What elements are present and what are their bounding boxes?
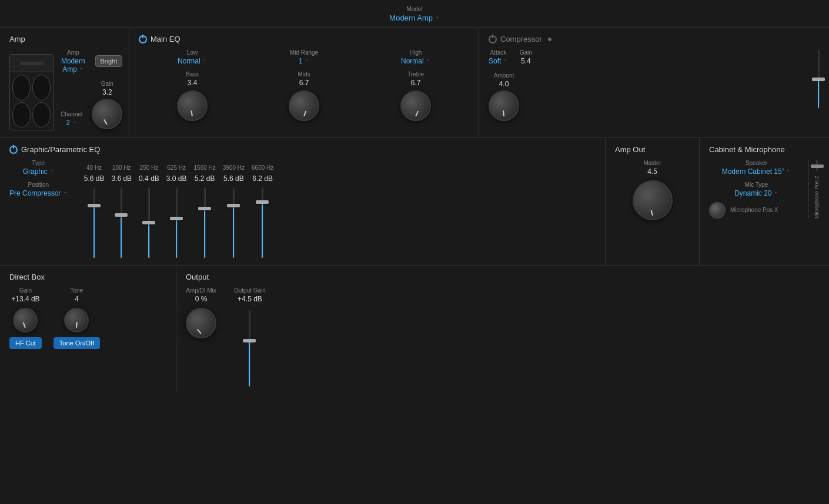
output-gain-thumb[interactable] [243,339,256,342]
eq-band-thumb-1[interactable] [115,213,128,217]
bright-button[interactable]: Bright [95,55,123,67]
direct-box-controls: Gain +13.4 dB HF Cut Tone 4 Tone On/Off [9,287,166,349]
mic-type-value[interactable]: Dynamic 20 ⌃ [709,189,804,197]
main-eq-panel: Main EQ Low Normal ⌃ Bass 3.4 Mid Range … [129,28,479,137]
attack-value[interactable]: Soft ⌃ [489,57,508,65]
high-chevron-icon: ⌃ [426,59,430,65]
amp-type-chevron-icon: ⌃ [79,67,83,73]
comp-gain-param: Gain 5.4 [520,49,532,68]
model-selector[interactable]: Modern Amp ⌃ [0,14,829,22]
output-gain-slider[interactable] [249,310,250,387]
eq-band-slider-5[interactable] [233,187,235,258]
eq-band-0: 40 Hz5.6 dB [84,164,105,258]
row3: Direct Box Gain +13.4 dB HF Cut Tone 4 T… [0,266,829,394]
cab-mic-panel: Cabinet & Microphone Speaker Modern Cabi… [700,138,829,265]
channel-value[interactable]: 2 ⌃ [61,119,82,127]
output-title: Output [186,273,820,281]
speaker-value[interactable]: Modern Cabinet 15" ⌃ [709,167,804,176]
amount-param: Amount 4.0 [489,72,519,121]
row1: Amp [0,28,829,138]
master-value: 4.5 [647,167,657,176]
output-gain-fill [249,341,250,387]
mic-pos-z-thumb[interactable] [811,164,824,168]
mids-knob[interactable] [289,90,319,121]
eq-band-freq-1: 100 Hz [112,164,131,171]
low-chevron-icon: ⌃ [202,59,207,65]
amount-knob[interactable] [489,90,519,121]
eq-band-slider-1[interactable] [121,187,122,258]
amp-di-mix-value: 0 % [195,295,208,303]
eq-band-thumb-4[interactable] [198,207,211,210]
mic-pos-z-label: Microphone Pos Z [814,176,820,219]
eq-band-thumb-5[interactable] [227,204,240,207]
eq-band-value-6: 6.2 dB [252,174,273,183]
knob-indicator [303,110,306,116]
eq-type-value[interactable]: Graphic ⌃ [9,167,68,176]
amp-type-param: Amp Modern Amp ⌃ [61,49,86,76]
eq-sliders: 40 Hz5.6 dB100 Hz3.6 dB250 Hz0.4 dB625 H… [84,164,274,258]
knob-indicator [650,210,653,216]
db-tone-knob[interactable] [64,308,89,332]
eq-type-chevron-icon: ⌃ [49,169,54,175]
main-eq-high-value[interactable]: Normal ⌃ [401,57,430,65]
eq-type-param: Type Graphic ⌃ [9,160,68,176]
db-gain-value: +13.4 dB [11,295,39,303]
eq-band-5: 3900 Hz5.6 dB [223,164,245,258]
graphic-eq-power-icon[interactable] [9,146,18,154]
eq-band-slider-0[interactable] [93,187,95,258]
mic-pos-z-slider[interactable] [816,160,818,171]
mic-type-param: Mic Type Dynamic 20 ⌃ [709,182,804,197]
treble-knob[interactable] [400,90,431,121]
compressor-power-icon[interactable] [489,35,497,43]
eq-band-1: 100 Hz3.6 dB [111,164,132,258]
eq-band-4: 1560 Hz5.2 dB [194,164,216,258]
amp-di-mix-wrap: Amp/DI Mix 0 % [186,287,216,338]
hf-cut-button[interactable]: HF Cut [9,337,42,349]
main-eq-low-value[interactable]: Normal ⌃ [178,57,207,65]
main-eq-mid-value[interactable]: 1 ⌃ [299,57,309,65]
main-eq-high-wrap: High Normal ⌃ Treble 6.7 [362,49,469,121]
eq-band-thumb-2[interactable] [142,221,155,224]
cab-mic-controls: Speaker Modern Cabinet 15" ⌃ Mic Type Dy… [709,160,804,219]
knob-indicator [103,119,108,125]
comp-gain-thumb[interactable] [812,78,825,81]
top-bar: Model Modern Amp ⌃ [0,0,829,28]
bass-knob[interactable] [177,90,208,121]
amp-section-title: Amp [9,35,119,43]
db-gain-knob[interactable] [13,308,38,332]
comp-gain-fill [818,79,819,108]
comp-gain-slider-area [818,49,820,121]
knob-indicator [76,322,78,328]
master-knob[interactable] [633,180,673,220]
eq-position-value[interactable]: Pre Compressor ⌃ [9,189,68,197]
graphic-eq-title: Graphic/Parametric EQ [9,145,596,154]
graphic-eq-panel: Graphic/Parametric EQ Type Graphic ⌃ Pos… [0,138,606,265]
amp-out-master-wrap: Master 4.5 [615,160,690,220]
eq-band-slider-3[interactable] [176,187,178,258]
attack-param: Attack Soft ⌃ [489,49,508,68]
tone-on-off-button[interactable]: Tone On/Off [54,337,100,349]
eq-band-value-0: 5.6 dB [84,174,105,183]
amp-gain-knob[interactable] [92,99,122,129]
compressor-panel: Compressor Attack Soft ⌃ Gain 5.4 [479,28,829,137]
eq-band-slider-2[interactable] [148,187,150,258]
amp-panel-inner: Amp Modern Amp ⌃ Bright Channel 2 ⌃ [9,49,119,130]
compressor-title: Compressor [489,35,820,43]
comp-gain-slider[interactable] [818,49,820,108]
attack-chevron-icon: ⌃ [503,59,508,65]
channel-param: Channel 2 ⌃ [61,111,82,129]
amp-type-value[interactable]: Modern Amp ⌃ [61,57,86,73]
eq-band-thumb-0[interactable] [88,204,101,207]
amp-di-mix-knob[interactable] [186,308,216,338]
eq-band-slider-6[interactable] [262,187,263,258]
db-tone-value: 4 [75,295,79,303]
eq-band-thumb-3[interactable] [170,217,183,220]
eq-band-slider-4[interactable] [204,187,206,258]
eq-band-value-1: 3.6 dB [111,174,132,183]
amp-image-top [10,55,53,72]
knob-indicator [503,110,504,116]
main-eq-power-icon[interactable] [139,35,147,43]
eq-band-freq-3: 625 Hz [167,164,186,171]
mic-pos-x-knob[interactable] [709,202,726,219]
eq-band-thumb-6[interactable] [256,200,269,204]
